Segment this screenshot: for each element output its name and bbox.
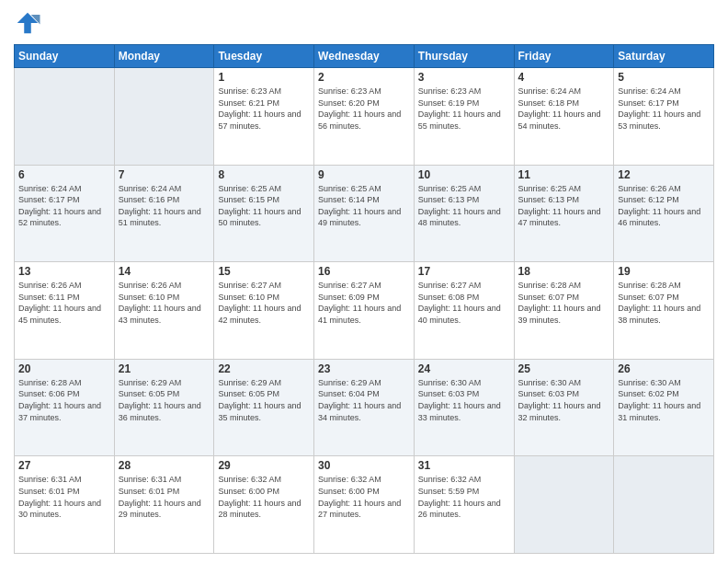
day-info: Sunrise: 6:32 AM Sunset: 5:59 PM Dayligh… (418, 474, 510, 520)
day-info: Sunrise: 6:29 AM Sunset: 6:04 PM Dayligh… (318, 377, 410, 423)
calendar-day-cell: 24Sunrise: 6:30 AM Sunset: 6:03 PM Dayli… (414, 359, 514, 456)
day-info: Sunrise: 6:26 AM Sunset: 6:11 PM Dayligh… (18, 280, 110, 326)
calendar-day-cell: 27Sunrise: 6:31 AM Sunset: 6:01 PM Dayli… (15, 456, 115, 554)
day-number: 6 (18, 168, 110, 181)
calendar-day-cell: 2Sunrise: 6:23 AM Sunset: 6:20 PM Daylig… (314, 68, 415, 166)
calendar-day-cell: 9Sunrise: 6:25 AM Sunset: 6:14 PM Daylig… (314, 165, 415, 262)
calendar-day-cell: 23Sunrise: 6:29 AM Sunset: 6:04 PM Dayli… (314, 359, 415, 456)
calendar-day-cell: 29Sunrise: 6:32 AM Sunset: 6:00 PM Dayli… (214, 456, 314, 554)
header-wednesday: Wednesday (314, 45, 415, 68)
day-info: Sunrise: 6:31 AM Sunset: 6:01 PM Dayligh… (18, 474, 110, 520)
day-info: Sunrise: 6:26 AM Sunset: 6:10 PM Dayligh… (119, 280, 210, 326)
calendar-day-cell (15, 68, 115, 166)
day-number: 15 (218, 265, 310, 278)
day-number: 23 (318, 362, 410, 375)
day-info: Sunrise: 6:29 AM Sunset: 6:05 PM Dayligh… (218, 377, 310, 423)
day-number: 14 (119, 265, 210, 278)
calendar-day-cell: 3Sunrise: 6:23 AM Sunset: 6:19 PM Daylig… (414, 68, 514, 166)
day-number: 3 (418, 71, 510, 84)
header-sunday: Sunday (15, 45, 115, 68)
day-info: Sunrise: 6:24 AM Sunset: 6:18 PM Dayligh… (518, 86, 610, 132)
calendar-day-cell: 17Sunrise: 6:27 AM Sunset: 6:08 PM Dayli… (414, 262, 514, 360)
header-monday: Monday (114, 45, 214, 68)
calendar-week-row: 13Sunrise: 6:26 AM Sunset: 6:11 PM Dayli… (15, 262, 714, 360)
day-info: Sunrise: 6:24 AM Sunset: 6:17 PM Dayligh… (18, 183, 110, 229)
calendar-day-cell: 1Sunrise: 6:23 AM Sunset: 6:21 PM Daylig… (214, 68, 314, 166)
day-info: Sunrise: 6:23 AM Sunset: 6:19 PM Dayligh… (418, 86, 510, 132)
logo (14, 9, 45, 37)
calendar-day-cell: 22Sunrise: 6:29 AM Sunset: 6:05 PM Dayli… (214, 359, 314, 456)
day-info: Sunrise: 6:28 AM Sunset: 6:07 PM Dayligh… (618, 280, 710, 326)
header-friday: Friday (514, 45, 614, 68)
calendar-day-cell: 28Sunrise: 6:31 AM Sunset: 6:01 PM Dayli… (114, 456, 214, 554)
calendar-week-row: 6Sunrise: 6:24 AM Sunset: 6:17 PM Daylig… (15, 165, 714, 262)
day-number: 5 (618, 71, 710, 84)
calendar-day-cell: 6Sunrise: 6:24 AM Sunset: 6:17 PM Daylig… (15, 165, 115, 262)
day-number: 28 (119, 459, 210, 472)
calendar-table: Sunday Monday Tuesday Wednesday Thursday… (14, 44, 714, 554)
calendar-day-cell: 14Sunrise: 6:26 AM Sunset: 6:10 PM Dayli… (114, 262, 214, 360)
day-number: 8 (218, 168, 310, 181)
calendar-day-cell: 10Sunrise: 6:25 AM Sunset: 6:13 PM Dayli… (414, 165, 514, 262)
calendar-day-cell: 15Sunrise: 6:27 AM Sunset: 6:10 PM Dayli… (214, 262, 314, 360)
day-number: 11 (518, 168, 610, 181)
day-number: 17 (418, 265, 510, 278)
day-info: Sunrise: 6:27 AM Sunset: 6:09 PM Dayligh… (318, 280, 410, 326)
calendar-day-cell: 18Sunrise: 6:28 AM Sunset: 6:07 PM Dayli… (514, 262, 614, 360)
day-info: Sunrise: 6:23 AM Sunset: 6:21 PM Dayligh… (218, 86, 310, 132)
day-info: Sunrise: 6:30 AM Sunset: 6:02 PM Dayligh… (618, 377, 710, 423)
day-info: Sunrise: 6:28 AM Sunset: 6:07 PM Dayligh… (518, 280, 610, 326)
day-info: Sunrise: 6:25 AM Sunset: 6:13 PM Dayligh… (518, 183, 610, 229)
day-number: 22 (218, 362, 310, 375)
calendar-day-cell: 4Sunrise: 6:24 AM Sunset: 6:18 PM Daylig… (514, 68, 614, 166)
calendar-day-cell: 25Sunrise: 6:30 AM Sunset: 6:03 PM Dayli… (514, 359, 614, 456)
day-info: Sunrise: 6:24 AM Sunset: 6:16 PM Dayligh… (119, 183, 210, 229)
day-info: Sunrise: 6:30 AM Sunset: 6:03 PM Dayligh… (518, 377, 610, 423)
calendar-day-cell: 5Sunrise: 6:24 AM Sunset: 6:17 PM Daylig… (614, 68, 714, 166)
day-info: Sunrise: 6:28 AM Sunset: 6:06 PM Dayligh… (18, 377, 110, 423)
logo-icon (14, 9, 41, 37)
day-number: 21 (119, 362, 210, 375)
header-tuesday: Tuesday (214, 45, 314, 68)
day-number: 18 (518, 265, 610, 278)
day-number: 19 (618, 265, 710, 278)
day-number: 31 (418, 459, 510, 472)
day-number: 26 (618, 362, 710, 375)
calendar-day-cell: 11Sunrise: 6:25 AM Sunset: 6:13 PM Dayli… (514, 165, 614, 262)
calendar-day-cell: 8Sunrise: 6:25 AM Sunset: 6:15 PM Daylig… (214, 165, 314, 262)
day-number: 7 (119, 168, 210, 181)
day-info: Sunrise: 6:25 AM Sunset: 6:15 PM Dayligh… (218, 183, 310, 229)
calendar-day-cell: 19Sunrise: 6:28 AM Sunset: 6:07 PM Dayli… (614, 262, 714, 360)
day-info: Sunrise: 6:31 AM Sunset: 6:01 PM Dayligh… (119, 474, 210, 520)
page: Sunday Monday Tuesday Wednesday Thursday… (0, 0, 728, 563)
calendar-day-cell: 26Sunrise: 6:30 AM Sunset: 6:02 PM Dayli… (614, 359, 714, 456)
header-thursday: Thursday (414, 45, 514, 68)
day-number: 4 (518, 71, 610, 84)
day-number: 2 (318, 71, 410, 84)
calendar-day-cell: 7Sunrise: 6:24 AM Sunset: 6:16 PM Daylig… (114, 165, 214, 262)
calendar-day-cell: 16Sunrise: 6:27 AM Sunset: 6:09 PM Dayli… (314, 262, 415, 360)
day-number: 24 (418, 362, 510, 375)
calendar-day-cell: 21Sunrise: 6:29 AM Sunset: 6:05 PM Dayli… (114, 359, 214, 456)
day-number: 16 (318, 265, 410, 278)
day-info: Sunrise: 6:25 AM Sunset: 6:13 PM Dayligh… (418, 183, 510, 229)
day-info: Sunrise: 6:23 AM Sunset: 6:20 PM Dayligh… (318, 86, 410, 132)
calendar-week-row: 27Sunrise: 6:31 AM Sunset: 6:01 PM Dayli… (15, 456, 714, 554)
calendar-week-row: 20Sunrise: 6:28 AM Sunset: 6:06 PM Dayli… (15, 359, 714, 456)
day-info: Sunrise: 6:27 AM Sunset: 6:08 PM Dayligh… (418, 280, 510, 326)
day-number: 25 (518, 362, 610, 375)
day-number: 13 (18, 265, 110, 278)
day-number: 27 (18, 459, 110, 472)
calendar-day-cell (614, 456, 714, 554)
day-number: 9 (318, 168, 410, 181)
day-number: 29 (218, 459, 310, 472)
calendar-day-cell: 31Sunrise: 6:32 AM Sunset: 5:59 PM Dayli… (414, 456, 514, 554)
header-saturday: Saturday (614, 45, 714, 68)
day-number: 20 (18, 362, 110, 375)
day-info: Sunrise: 6:25 AM Sunset: 6:14 PM Dayligh… (318, 183, 410, 229)
day-info: Sunrise: 6:24 AM Sunset: 6:17 PM Dayligh… (618, 86, 710, 132)
day-info: Sunrise: 6:27 AM Sunset: 6:10 PM Dayligh… (218, 280, 310, 326)
day-number: 10 (418, 168, 510, 181)
day-info: Sunrise: 6:32 AM Sunset: 6:00 PM Dayligh… (318, 474, 410, 520)
calendar-day-cell: 20Sunrise: 6:28 AM Sunset: 6:06 PM Dayli… (15, 359, 115, 456)
